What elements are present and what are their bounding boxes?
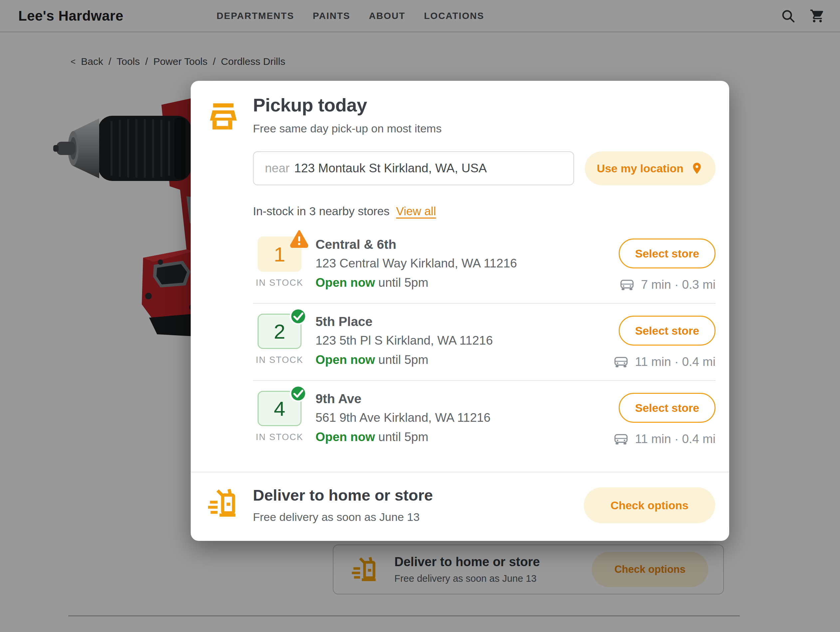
in-stock-label: IN STOCK: [256, 278, 303, 288]
page-root: Lee's Hardware DEPARTMENTS PAINTS ABOUT …: [0, 0, 840, 632]
check-icon: [289, 307, 308, 326]
store-address: 123 5th Pl S Kirkland, WA 11216: [316, 334, 602, 348]
search-prefix-label: near: [265, 161, 289, 175]
store-name: Central & 6th: [316, 237, 602, 252]
store-address: 561 9th Ave Kirkland, WA 11216: [316, 411, 602, 425]
pickup-subtitle: Free same day pick-up on most items: [253, 122, 442, 135]
open-hours: until 5pm: [378, 430, 428, 444]
store-name: 9th Ave: [316, 391, 602, 406]
in-stock-label: IN STOCK: [256, 432, 303, 443]
results-text: In-stock in 3 nearby stores: [253, 205, 389, 217]
drive-time: 11 min · 0.4 mi: [635, 355, 715, 369]
stock-count-badge: 2: [257, 314, 302, 349]
stock-count-badge: 4: [257, 391, 302, 426]
drive-time: 7 min · 0.3 mi: [641, 278, 715, 292]
stock-count: 1: [274, 243, 285, 266]
use-my-location-button[interactable]: Use my location: [585, 151, 715, 185]
open-status: Open now: [316, 430, 375, 444]
store-list: 1 IN STOCK Central & 6th 123 Central Way…: [253, 227, 715, 457]
open-hours: until 5pm: [378, 353, 428, 367]
stock-count: 2: [274, 320, 285, 343]
in-stock-label: IN STOCK: [256, 355, 303, 365]
delivery-subtitle: Free delivery as soon as June 13: [253, 511, 420, 523]
search-input-value: 123 Montauk St Kirkland, WA, USA: [294, 161, 487, 175]
select-store-button[interactable]: Select store: [619, 393, 715, 423]
storefront-icon: [208, 101, 238, 131]
view-all-link[interactable]: View all: [396, 205, 436, 217]
open-status: Open now: [316, 276, 375, 289]
store-search-row: near 123 Montauk St Kirkland, WA, USA Us…: [253, 151, 715, 185]
check-icon: [289, 384, 308, 403]
stock-count-badge: 1: [257, 236, 302, 272]
open-status: Open now: [316, 353, 375, 367]
warning-icon: [289, 229, 309, 248]
store-search-input[interactable]: near 123 Montauk St Kirkland, WA, USA: [253, 151, 574, 185]
select-store-button[interactable]: Select store: [619, 316, 715, 345]
store-row: 2 IN STOCK 5th Place 123 5th Pl S Kirkla…: [253, 303, 715, 380]
store-address: 123 Central Way Kirkland, WA 11216: [316, 257, 602, 270]
stock-count: 4: [274, 397, 285, 421]
check-options-button[interactable]: Check options: [584, 487, 715, 523]
pickup-title: Pickup today: [253, 94, 367, 116]
delivery-truck-icon: [208, 488, 238, 519]
delivery-title: Deliver to home or store: [253, 486, 433, 504]
store-row: 4 IN STOCK 9th Ave 561 9th Ave Kirkland,…: [253, 380, 715, 457]
select-store-button[interactable]: Select store: [619, 238, 715, 268]
location-pin-icon: [690, 162, 704, 175]
pickup-modal: Pickup today Free same day pick-up on mo…: [191, 81, 729, 541]
modal-footer-divider: [191, 472, 729, 472]
store-row: 1 IN STOCK Central & 6th 123 Central Way…: [253, 227, 715, 303]
open-hours: until 5pm: [378, 276, 428, 289]
store-name: 5th Place: [316, 314, 602, 329]
car-icon: [613, 432, 629, 446]
results-line: In-stock in 3 nearby stores View all: [253, 205, 436, 218]
drive-time: 11 min · 0.4 mi: [635, 432, 715, 446]
car-icon: [619, 278, 635, 292]
car-icon: [613, 355, 629, 369]
use-my-location-label: Use my location: [597, 162, 684, 175]
